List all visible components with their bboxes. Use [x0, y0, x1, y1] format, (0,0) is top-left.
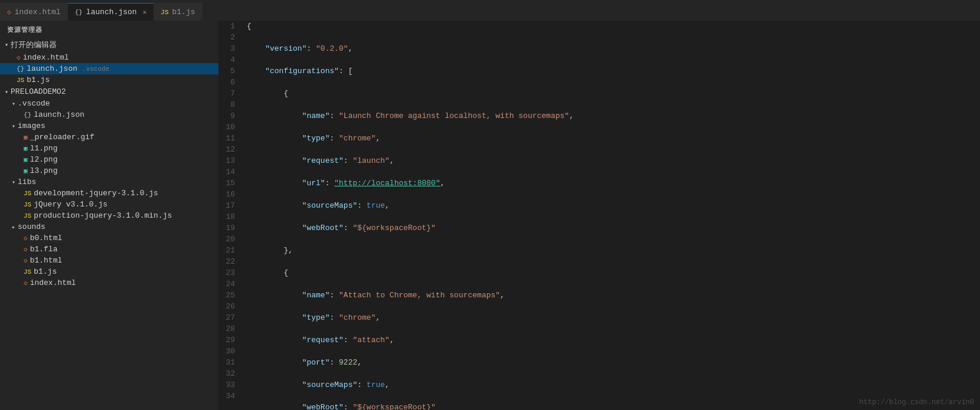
line-numbers: 12345 678910 1112131415 1617181920 21222…	[218, 21, 242, 410]
tab-label: b1.js	[172, 8, 195, 17]
json-file-icon: {}	[17, 65, 24, 73]
chevron-down-icon: ▾	[12, 123, 15, 130]
tab-label: index.html	[15, 8, 61, 17]
file-name: b0.html	[30, 234, 63, 242]
folder-vscode[interactable]: ▾ .vscode	[0, 98, 218, 109]
open-editor-launch-json[interactable]: {} launch.json .vscode	[0, 63, 218, 74]
file-b1-fla[interactable]: ◇ b1.fla	[0, 244, 218, 255]
chevron-icon: ▾	[5, 41, 8, 48]
code-editor[interactable]: { "version": "0.2.0", "configurations": …	[242, 21, 980, 410]
chevron-icon: ▾	[5, 88, 8, 96]
file-name: launch.json	[27, 64, 77, 73]
sidebar: 资源管理器 ▾ 打开的编辑器 ◇ index.html {} launch.js…	[0, 21, 218, 410]
js-file-icon: JS	[17, 77, 24, 84]
gif-file-icon: ▣	[24, 133, 28, 141]
file-b1-html[interactable]: ◇ b1.html	[0, 255, 218, 266]
file-b1-js-sounds[interactable]: JS b1.js	[0, 266, 218, 277]
tab-label: launch.json	[86, 8, 137, 17]
file-name: b1.js	[27, 76, 50, 84]
folder-name: libs	[18, 178, 36, 186]
file-name: production-jquery-3.1.0.min.js	[34, 211, 172, 220]
file-name: l3.png	[30, 166, 58, 175]
chevron-right-icon: ▸	[12, 224, 15, 231]
main-layout: 资源管理器 ▾ 打开的编辑器 ◇ index.html {} launch.js…	[0, 21, 980, 410]
folder-sounds[interactable]: ▸ sounds	[0, 221, 218, 232]
folder-name: sounds	[18, 222, 45, 231]
tab-bar: ◇ index.html {} launch.json ✕ JS b1.js	[0, 0, 980, 21]
file-name: l1.png	[30, 144, 58, 153]
chevron-down-icon: ▾	[12, 179, 15, 186]
open-editor-b1-js[interactable]: JS b1.js	[0, 74, 218, 86]
file-l3-png[interactable]: ▣ l3.png	[0, 165, 218, 176]
file-preloader-gif[interactable]: ▣ _preloader.gif	[0, 132, 218, 143]
file-l2-png[interactable]: ▣ l2.png	[0, 154, 218, 165]
html-icon: ◇	[7, 8, 11, 16]
file-name: b1.js	[34, 267, 57, 276]
file-name: index.html	[23, 53, 69, 62]
file-name: b1.fla	[30, 245, 58, 254]
js-file-icon: JS	[24, 201, 31, 208]
fla-file-icon: ◇	[24, 245, 28, 253]
file-jquery[interactable]: JS jQuery v3.1.0.js	[0, 199, 218, 210]
file-prod-jquery[interactable]: JS production-jquery-3.1.0.min.js	[0, 210, 218, 221]
js-file-icon: JS	[24, 268, 31, 275]
png-file-icon: ▣	[24, 167, 28, 175]
section-label: 打开的编辑器	[11, 40, 57, 50]
file-badge: .vscode	[82, 65, 109, 73]
file-dev-jquery[interactable]: JS development-jquery-3.1.0.js	[0, 188, 218, 199]
file-name: jQuery v3.1.0.js	[34, 200, 107, 209]
folder-name: .vscode	[18, 99, 50, 108]
tab-launch-json[interactable]: {} launch.json ✕	[68, 3, 154, 21]
html-file-icon: ◇	[24, 234, 28, 242]
json-icon: {}	[75, 9, 83, 16]
open-editors-section[interactable]: ▾ 打开的编辑器	[0, 38, 218, 52]
folder-name: images	[18, 122, 45, 130]
file-name: l2.png	[30, 155, 58, 164]
section-label: PRELOADDEMO2	[11, 87, 66, 96]
html-file-icon: ◇	[24, 257, 28, 264]
js-icon: JS	[161, 9, 168, 16]
file-index-html-sounds[interactable]: ◇ index.html	[0, 277, 218, 288]
json-file-icon: {}	[24, 111, 31, 119]
js-file-icon: JS	[24, 190, 31, 197]
tab-b1-js[interactable]: JS b1.js	[153, 3, 202, 21]
open-editor-index-html[interactable]: ◇ index.html	[0, 52, 218, 63]
editor-area: 12345 678910 1112131415 1617181920 21222…	[218, 21, 980, 410]
html-file-icon: ◇	[24, 279, 28, 287]
file-name: launch.json	[34, 110, 84, 119]
html-file-icon: ◇	[17, 54, 21, 61]
project-section[interactable]: ▾ PRELOADDEMO2	[0, 86, 218, 98]
watermark: http://blog.csdn.net/arvin0	[860, 398, 974, 406]
file-name: _preloader.gif	[30, 133, 94, 142]
js-file-icon: JS	[24, 212, 31, 219]
file-launch-json[interactable]: {} launch.json	[0, 109, 218, 120]
folder-images[interactable]: ▾ images	[0, 120, 218, 132]
sidebar-title: 资源管理器	[0, 21, 218, 38]
png-file-icon: ▣	[24, 156, 28, 163]
file-name: index.html	[30, 278, 76, 287]
chevron-down-icon: ▾	[12, 100, 15, 107]
file-name: b1.html	[30, 256, 63, 265]
file-l1-png[interactable]: ▣ l1.png	[0, 143, 218, 154]
folder-libs[interactable]: ▾ libs	[0, 176, 218, 188]
close-tab-button[interactable]: ✕	[143, 8, 147, 16]
file-b0-html[interactable]: ◇ b0.html	[0, 232, 218, 244]
tab-index-html[interactable]: ◇ index.html	[0, 3, 68, 21]
code-container[interactable]: 12345 678910 1112131415 1617181920 21222…	[218, 21, 980, 410]
file-name: development-jquery-3.1.0.js	[34, 189, 158, 198]
png-file-icon: ▣	[24, 145, 28, 152]
